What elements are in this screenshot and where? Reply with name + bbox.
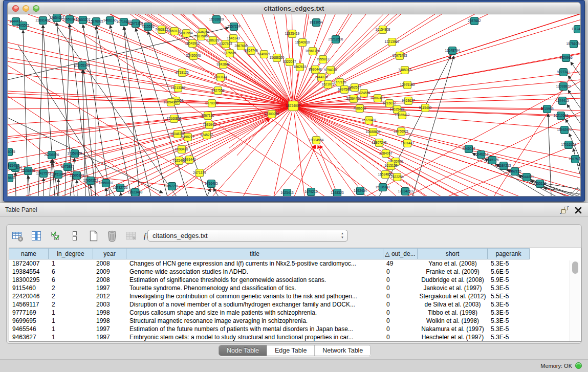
graph-node-label: 6216012 bbox=[383, 101, 396, 105]
delete-icon[interactable] bbox=[105, 229, 119, 243]
graph-node-label: 17016504 bbox=[561, 143, 576, 146]
table-cell: 49 bbox=[383, 259, 418, 268]
graph-edge bbox=[70, 24, 90, 196]
table-row[interactable]: 977716911998Corpus callosum shape and si… bbox=[9, 309, 581, 317]
table-row[interactable]: 2242004622012Investigating the contribut… bbox=[9, 292, 581, 300]
tab-node-table[interactable]: Node Table bbox=[219, 345, 267, 356]
table-row[interactable]: 1456911722003Disruption of a novel membe… bbox=[9, 300, 581, 309]
graph-node-label: 2084067 bbox=[379, 151, 393, 155]
graph-edge bbox=[293, 106, 366, 196]
column-header-5[interactable]: short bbox=[418, 248, 488, 259]
graph-node-label: 5498227 bbox=[181, 135, 194, 139]
graph-node-label: 7955812 bbox=[316, 57, 330, 61]
table-cell: 18300295 bbox=[9, 276, 49, 284]
graph-node-label: 20364456 bbox=[346, 97, 361, 100]
table-select-dropdown[interactable]: citations_edges.txt ▲▼ bbox=[147, 230, 348, 242]
dropdown-stepper-icon: ▲▼ bbox=[341, 231, 344, 239]
table-cell: 2 bbox=[49, 284, 93, 292]
graph-node-label: 7515526 bbox=[141, 25, 155, 28]
table-cell: Stergiakouli et al. (2012) bbox=[418, 292, 488, 300]
table-cell: Changes of HCN gene expression and I(f) … bbox=[126, 259, 383, 268]
graph-node-label: 9227341 bbox=[557, 70, 570, 74]
close-panel-icon[interactable] bbox=[575, 207, 582, 216]
graph-node-label: 16033809 bbox=[209, 17, 224, 21]
graph-node-label: 8186328 bbox=[206, 38, 220, 42]
graph-node-label: 16543912 bbox=[185, 41, 200, 45]
graph-edge bbox=[293, 106, 335, 196]
column-header-1[interactable]: in_degree bbox=[49, 248, 93, 259]
graph-node-label: 16046212 bbox=[474, 152, 489, 156]
graph-node-label: 1621072 bbox=[321, 82, 335, 86]
tab-network-table[interactable]: Network Table bbox=[315, 345, 371, 356]
table-tabs: Node TableEdge TableNetwork Table bbox=[219, 345, 371, 356]
graph-node-label: 1691443 bbox=[401, 141, 414, 145]
graph-node-label: 1248323 bbox=[331, 191, 344, 194]
delete-table-icon[interactable] bbox=[124, 229, 138, 243]
graph-edge bbox=[136, 28, 188, 196]
table-panel-body: f (x) citations_edges.txt ▲▼ namein_degr… bbox=[0, 217, 588, 372]
column-header-6[interactable]: pagerank bbox=[488, 248, 530, 259]
table-cell: Disruption of a novel member of a sodium… bbox=[126, 300, 383, 309]
table-row[interactable]: 946554611997Estimation of the future num… bbox=[9, 325, 581, 333]
node-table: namein_degreeyeartitle△ out_de...shortpa… bbox=[9, 248, 581, 342]
table-cell: 5.3E-5 bbox=[488, 309, 530, 317]
graph-node-label: 17957253 bbox=[83, 179, 98, 182]
graph-node-label: 9462155 bbox=[508, 169, 521, 173]
graph-node-label: 15136141 bbox=[376, 185, 390, 189]
table-header-row: namein_degreeyeartitle△ out_de...shortpa… bbox=[9, 248, 581, 259]
show-columns-icon[interactable] bbox=[30, 229, 43, 243]
table-cell: 1998 bbox=[93, 309, 126, 317]
graph-edge bbox=[323, 14, 571, 59]
column-header-4[interactable]: △ out_de... bbox=[383, 248, 418, 259]
table-scrollbar[interactable] bbox=[570, 260, 580, 341]
graph-node-label: 18300295 bbox=[265, 112, 279, 116]
graph-node-label: 10025488 bbox=[390, 107, 405, 111]
graph-node-label: 8427552 bbox=[211, 89, 225, 92]
table-cell: 5.3E-5 bbox=[488, 259, 530, 268]
column-header-2[interactable]: year bbox=[93, 248, 126, 259]
tab-edge-table[interactable]: Edge Table bbox=[267, 345, 315, 356]
graph-edge bbox=[8, 119, 174, 168]
table-row[interactable]: 1872400712008Changes of HCN gene express… bbox=[9, 259, 581, 268]
network-canvas[interactable]: 1644414940557122691406136546121065328716… bbox=[7, 14, 581, 196]
table-row[interactable]: 969969511998Structural magnetic resonanc… bbox=[9, 317, 581, 325]
table-cell: 1 bbox=[49, 309, 93, 317]
table-cell: Jankovic et al. (1997) bbox=[418, 284, 488, 292]
graph-node-label: 2616085 bbox=[8, 150, 15, 154]
graph-node-label: 3915404 bbox=[8, 164, 19, 167]
table-cell: Genome-wide association studies in ADHD. bbox=[126, 268, 383, 276]
table-row[interactable]: 1830029562008Estimation of significance … bbox=[9, 276, 581, 284]
graph-node-label: 8660128 bbox=[168, 29, 181, 33]
new-file-icon[interactable] bbox=[86, 229, 100, 243]
table-settings-icon[interactable] bbox=[11, 229, 24, 243]
graph-node-label: 9327508 bbox=[194, 34, 208, 38]
column-header-0[interactable]: name bbox=[9, 248, 49, 259]
graph-edge bbox=[77, 180, 77, 196]
float-panel-icon[interactable] bbox=[560, 206, 569, 216]
table-cell: 0 bbox=[383, 309, 418, 317]
graph-node-label: 9466160 bbox=[103, 18, 117, 22]
graph-node-label: 1444376 bbox=[315, 75, 328, 79]
graph-node-label: 9215955 bbox=[540, 107, 554, 111]
table-cell: 1997 bbox=[93, 333, 126, 341]
window-titlebar[interactable]: citations_edges.txt bbox=[7, 2, 581, 14]
graph-node-label: 10807487 bbox=[371, 96, 385, 100]
select-all-icon[interactable] bbox=[49, 229, 62, 243]
table-row[interactable]: 946362711997Embryonic stem cells: a mode… bbox=[9, 333, 581, 341]
graph-edge bbox=[8, 124, 100, 196]
clear-selection-icon[interactable] bbox=[68, 229, 81, 243]
table-row[interactable]: 1938455462009Genome-wide association stu… bbox=[9, 268, 581, 276]
graph-node-label: 2803144 bbox=[214, 75, 227, 79]
graph-node-label: 2087682 bbox=[468, 19, 481, 23]
column-header-3[interactable]: title bbox=[126, 248, 383, 259]
graph-node-label: 10684213 bbox=[496, 164, 511, 167]
graph-edge bbox=[274, 106, 293, 196]
table-scrollbar-thumb[interactable] bbox=[572, 261, 578, 274]
table-cell: 5.5E-5 bbox=[488, 292, 530, 300]
table-cell: Investigating the contribution of common… bbox=[126, 292, 383, 300]
graph-edge bbox=[124, 27, 167, 196]
table-cell: 2008 bbox=[93, 276, 126, 284]
table-cell: 0 bbox=[383, 268, 418, 276]
table-row[interactable]: 911546021997Tourette syndrome. Phenomeno… bbox=[9, 284, 581, 292]
graph-edge bbox=[568, 76, 581, 92]
